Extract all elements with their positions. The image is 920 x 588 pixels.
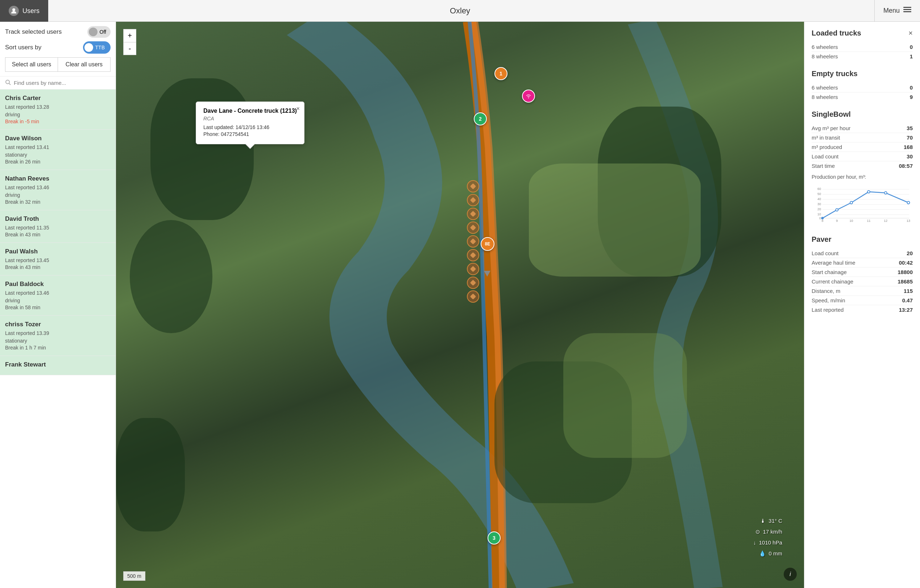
svg-rect-2 bbox=[903, 9, 911, 10]
search-box bbox=[0, 76, 116, 89]
map-marker-2[interactable]: 2 bbox=[474, 112, 487, 125]
row-label: m³ in transit bbox=[811, 134, 840, 141]
panel-row: Start chainage18800 bbox=[811, 267, 913, 277]
user-last-reported: Last reported 13.28 bbox=[5, 103, 110, 111]
wind-row: ⊙ 17 km/h bbox=[753, 526, 782, 537]
row-label: Avg m³ per hour bbox=[811, 125, 850, 131]
svg-point-28 bbox=[850, 202, 853, 204]
user-name: Chris Carter bbox=[5, 95, 110, 102]
svg-text:0: 0 bbox=[819, 216, 821, 220]
select-all-button[interactable]: Select all users bbox=[5, 57, 58, 72]
users-button-label: Users bbox=[23, 7, 39, 15]
user-item[interactable]: Frank Stewart bbox=[0, 356, 116, 375]
map-marker-wifi[interactable] bbox=[522, 89, 535, 103]
user-last-reported: Last reported 13.46 bbox=[5, 289, 110, 297]
search-input[interactable] bbox=[14, 80, 110, 86]
svg-point-4 bbox=[6, 80, 10, 84]
svg-point-26 bbox=[821, 217, 824, 219]
triangle-marker bbox=[484, 271, 491, 277]
clear-all-button[interactable]: Clear all users bbox=[58, 57, 110, 72]
zoom-in-button[interactable]: + bbox=[123, 29, 136, 42]
row-label: Speed, m/min bbox=[811, 297, 845, 303]
panel-row: Last reported13:27 bbox=[811, 305, 913, 314]
pressure-value: 1010 hPa bbox=[759, 537, 782, 548]
user-last-reported: Last reported 13.45 bbox=[5, 257, 110, 264]
svg-text:40: 40 bbox=[817, 197, 821, 201]
user-name: David Troth bbox=[5, 215, 110, 223]
search-icon bbox=[5, 79, 11, 86]
user-item[interactable]: chriss TozerLast reported 13.39stationar… bbox=[0, 316, 116, 356]
panel-row: 6 wheelers0 bbox=[811, 42, 913, 52]
map-marker-1[interactable]: 1 bbox=[494, 67, 507, 80]
user-last-reported: Last reported 11.35 bbox=[5, 224, 110, 232]
row-value: 70 bbox=[907, 134, 913, 141]
user-item[interactable]: Dave WilsonLast reported 13.41stationary… bbox=[0, 130, 116, 170]
toggle-off-label: Off bbox=[100, 29, 106, 35]
svg-text:9: 9 bbox=[836, 219, 838, 223]
rain-icon: 💧 bbox=[759, 548, 766, 559]
user-status: driving bbox=[5, 297, 110, 305]
user-item[interactable]: Chris CarterLast reported 13.28drivingBr… bbox=[0, 89, 116, 130]
row-value: 9 bbox=[910, 94, 913, 100]
row-value: 0 bbox=[910, 84, 913, 91]
row-label: Last reported bbox=[811, 307, 844, 313]
zoom-out-button[interactable]: - bbox=[123, 42, 136, 55]
wind-icon: ⊙ bbox=[755, 526, 760, 537]
loaded-trucks-title: Loaded trucks bbox=[811, 29, 913, 37]
user-break: Break in 58 min bbox=[5, 305, 110, 310]
wind-value: 17 km/h bbox=[763, 526, 782, 537]
user-item[interactable]: David TrothLast reported 11.35Break in 4… bbox=[0, 210, 116, 243]
menu-button[interactable]: Menu bbox=[874, 0, 920, 22]
row-value: 30 bbox=[907, 153, 913, 159]
panel-close-button[interactable]: × bbox=[909, 29, 913, 37]
svg-text:20: 20 bbox=[817, 207, 821, 211]
user-break: Break in 32 min bbox=[5, 199, 110, 205]
user-break: Break in 43 min bbox=[5, 232, 110, 237]
svg-rect-1 bbox=[903, 7, 911, 8]
user-item[interactable]: Paul WalshLast reported 13.45Break in 43… bbox=[0, 243, 116, 275]
user-status: stationary bbox=[5, 151, 110, 159]
users-button[interactable]: Users bbox=[0, 0, 48, 22]
svg-text:30: 30 bbox=[817, 202, 821, 206]
map-marker-3[interactable]: 3 bbox=[488, 531, 500, 544]
svg-point-30 bbox=[884, 192, 887, 194]
pressure-icon: ↓ bbox=[753, 537, 756, 548]
empty-trucks-title: Empty trucks bbox=[811, 70, 913, 78]
svg-point-29 bbox=[867, 191, 870, 193]
row-value: 00:42 bbox=[899, 259, 913, 266]
row-value: 115 bbox=[904, 288, 913, 294]
panel-row: Load count30 bbox=[811, 152, 913, 161]
track-toggle[interactable]: Off bbox=[87, 26, 110, 38]
user-status: driving bbox=[5, 191, 110, 199]
map-marker-8e[interactable]: 8E bbox=[481, 237, 494, 251]
panel-row: Start time08:57 bbox=[811, 161, 913, 170]
user-name: Nathan Reeves bbox=[5, 175, 110, 182]
panel-row: m³ produced168 bbox=[811, 143, 913, 152]
user-break: Break in 43 min bbox=[5, 264, 110, 270]
user-item[interactable]: Paul BaldockLast reported 13.46drivingBr… bbox=[0, 275, 116, 316]
menu-label: Menu bbox=[883, 7, 900, 15]
panel-row: Load count20 bbox=[811, 249, 913, 258]
svg-text:10: 10 bbox=[817, 212, 821, 216]
row-label: 6 wheelers bbox=[811, 84, 838, 91]
row-value: 13:27 bbox=[899, 307, 913, 313]
right-panel: × Loaded trucks 6 wheelers08 wheelers1 E… bbox=[804, 22, 920, 588]
user-last-reported: Last reported 13.39 bbox=[5, 329, 110, 337]
row-label: 8 wheelers bbox=[811, 94, 838, 100]
user-name: Dave Wilson bbox=[5, 135, 110, 142]
user-name: Paul Baldock bbox=[5, 280, 110, 288]
action-row: Select all users Clear all users bbox=[5, 57, 110, 72]
map-info-button[interactable]: i bbox=[784, 568, 797, 581]
svg-text:12: 12 bbox=[884, 219, 888, 223]
popup-close-button[interactable]: × bbox=[296, 105, 300, 112]
user-last-reported: Last reported 13.41 bbox=[5, 144, 110, 151]
user-break: Break in 1 h 7 min bbox=[5, 345, 110, 351]
sort-ttb-button[interactable]: TTB bbox=[83, 41, 110, 53]
pressure-row: ↓ 1010 hPa bbox=[753, 537, 782, 548]
row-value: 08:57 bbox=[899, 163, 913, 169]
svg-rect-3 bbox=[903, 11, 911, 12]
track-users-label: Track selected users bbox=[5, 28, 62, 36]
user-item[interactable]: Nathan ReevesLast reported 13.46drivingB… bbox=[0, 170, 116, 210]
user-avatar-icon bbox=[9, 6, 19, 16]
row-value: 18800 bbox=[897, 269, 913, 275]
